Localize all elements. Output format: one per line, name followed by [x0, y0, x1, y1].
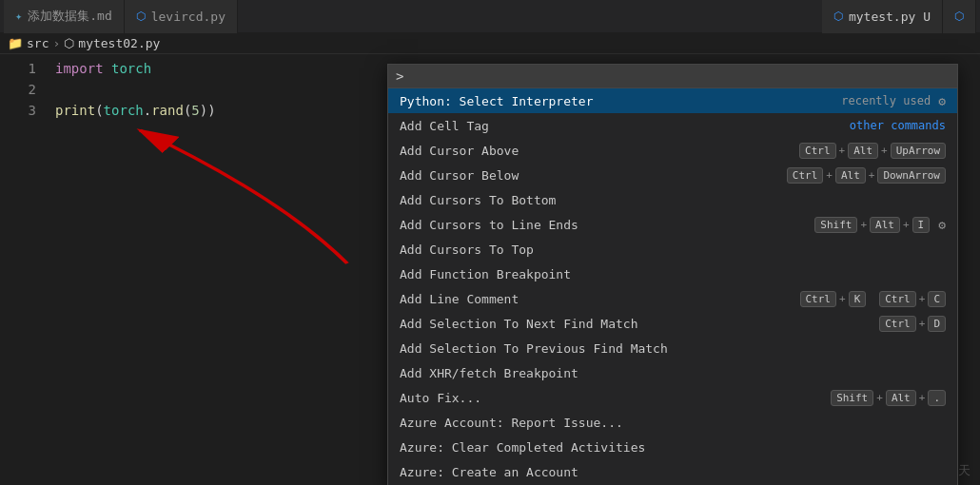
recently-used-label: recently used	[841, 94, 931, 107]
kbd-ctrl-2: Ctrl	[787, 167, 824, 184]
gear-icon-line-ends[interactable]: ⚙	[938, 218, 946, 232]
kbd-k-lc: K	[849, 291, 867, 307]
tab-add-dataset[interactable]: ✦ 添加数据集.md	[4, 0, 125, 33]
sep1: +	[839, 145, 846, 157]
command-item-add-cursor-above[interactable]: Add Cursor Above Ctrl + Alt + UpArrow	[388, 138, 957, 163]
kbd-i: I	[912, 217, 931, 233]
fn-print: print	[55, 103, 95, 118]
command-label-add-cursors-top: Add Cursors To Top	[400, 242, 946, 257]
line-num-1: 1	[0, 58, 36, 79]
line-numbers: 1 2 3	[0, 54, 48, 485]
breadcrumb-src: src	[27, 36, 49, 50]
command-item-add-line-comment[interactable]: Add Line Comment Ctrl + K Ctrl + C	[388, 286, 957, 311]
tab-icon-py-extra: ⬡	[954, 10, 964, 23]
sep10: +	[876, 392, 883, 404]
sep11: +	[919, 392, 926, 404]
command-list: Python: Select Interpreter recently used…	[388, 88, 957, 485]
shortcuts-add-cursor-above: Ctrl + Alt + UpArrow	[799, 143, 946, 159]
command-item-add-cursor-below[interactable]: Add Cursor Below Ctrl + Alt + DownArrow	[388, 163, 957, 187]
tab-right-area: ⬡ mytest.py U ⬡	[822, 0, 976, 33]
kbd-ctrl-d1: Ctrl	[879, 316, 916, 332]
tab-extra[interactable]: ⬡	[943, 0, 976, 33]
shortcuts-auto-fix: Shift + Alt + .	[831, 390, 946, 406]
kbd-alt-2: Alt	[835, 167, 866, 184]
command-input-wrap[interactable]	[388, 65, 957, 88]
command-item-azure-clear[interactable]: Azure: Clear Completed Activities	[388, 435, 957, 459]
sep9: +	[919, 318, 926, 330]
command-label-add-cursor-above: Add Cursor Above	[400, 144, 799, 158]
sep2: +	[881, 145, 888, 157]
tab-label-mytest: mytest.py U	[849, 10, 931, 24]
breadcrumb: 📁 src › ⬡ mytest02.py	[0, 33, 980, 54]
command-label-add-xhr: Add XHR/fetch Breakpoint	[400, 366, 946, 380]
kbd-c-lc: C	[928, 291, 946, 307]
shortcuts-add-cursor-below: Ctrl + Alt + DownArrow	[787, 167, 946, 184]
command-item-add-selection-next[interactable]: Add Selection To Next Find Match Ctrl + …	[388, 311, 957, 336]
line-num-2: 2	[0, 79, 36, 100]
tab-icon-md: ✦	[15, 10, 22, 23]
command-item-add-function-breakpoint[interactable]: Add Function Breakpoint	[388, 262, 957, 286]
sep6: +	[903, 219, 910, 231]
tab-icon-py-levircd: ⬡	[136, 10, 146, 23]
gear-icon-python[interactable]: ⚙	[938, 94, 946, 108]
command-label-azure-clear: Azure: Clear Completed Activities	[400, 440, 946, 455]
command-label-add-cursors-bottom: Add Cursors To Bottom	[400, 193, 946, 207]
sep5: +	[860, 219, 867, 231]
command-header-right: recently used ⚙	[841, 94, 946, 108]
command-item-add-selection-prev[interactable]: Add Selection To Previous Find Match	[388, 336, 957, 360]
command-label-add-selection-next: Add Selection To Next Find Match	[400, 317, 879, 331]
breadcrumb-icon-py: ⬡	[64, 36, 74, 50]
kbd-dot-af: .	[928, 390, 946, 406]
command-item-add-cursors-top[interactable]: Add Cursors To Top	[388, 237, 957, 262]
command-label-python-select: Python: Select Interpreter	[400, 94, 841, 108]
breadcrumb-sep1: ›	[52, 36, 60, 50]
tab-icon-py-mytest: ⬡	[833, 10, 843, 23]
shortcuts-line-comment: Ctrl + K Ctrl + C	[800, 291, 947, 307]
sep3: +	[826, 169, 833, 182]
kbd-d: D	[928, 316, 946, 332]
folder-icon: 📁	[8, 36, 23, 50]
kbd-ctrl-lc1: Ctrl	[800, 291, 837, 307]
command-label-add-line-comment: Add Line Comment	[400, 292, 800, 306]
command-label-add-cell-tag: Add Cell Tag	[400, 119, 850, 133]
command-item-azure-report[interactable]: Azure Account: Report Issue...	[388, 410, 957, 435]
tab-levircd[interactable]: ⬡ levircd.py	[125, 0, 238, 33]
command-item-add-cursors-line-ends[interactable]: Add Cursors to Line Ends Shift + Alt + I…	[388, 212, 957, 237]
command-label-azure-create-account: Azure: Create an Account	[400, 465, 946, 479]
fn-rand: rand	[151, 103, 184, 118]
line-num-3: 3	[0, 100, 36, 121]
kbd-downarrow: DownArrow	[877, 167, 946, 184]
command-label-auto-fix: Auto Fix...	[400, 391, 831, 405]
command-label-azure-report: Azure Account: Report Issue...	[400, 416, 946, 430]
kbd-uparrow: UpArrow	[891, 143, 946, 159]
command-item-auto-fix[interactable]: Auto Fix... Shift + Alt + .	[388, 385, 957, 410]
tab-bar: ✦ 添加数据集.md ⬡ levircd.py ⬡ mytest.py U ⬡	[0, 0, 980, 33]
module-torch: torch	[111, 61, 151, 76]
kbd-alt-1: Alt	[848, 143, 878, 159]
command-label-add-selection-prev: Add Selection To Previous Find Match	[400, 341, 946, 356]
other-commands-label: other commands	[850, 119, 946, 132]
tab-label-levircd: levircd.py	[151, 10, 225, 24]
shortcuts-line-ends: Shift + Alt + I ⚙	[814, 217, 946, 233]
command-item-azure-create-account[interactable]: Azure: Create an Account	[388, 459, 957, 484]
command-item-add-cell-tag[interactable]: Add Cell Tag other commands	[388, 113, 957, 138]
command-palette: Python: Select Interpreter recently used…	[387, 64, 958, 485]
tab-mytest[interactable]: ⬡ mytest.py U	[822, 0, 943, 33]
command-label-add-function-breakpoint: Add Function Breakpoint	[400, 267, 946, 281]
sep7: +	[839, 293, 846, 305]
command-label-add-cursor-below: Add Cursor Below	[400, 168, 787, 183]
kbd-alt-le: Alt	[870, 217, 900, 233]
sep4: +	[869, 169, 875, 182]
command-item-add-cursors-bottom[interactable]: Add Cursors To Bottom	[388, 187, 957, 212]
shortcuts-selection-next: Ctrl + D	[879, 316, 946, 332]
keyword-import: import	[55, 61, 104, 76]
kbd-ctrl-1: Ctrl	[799, 143, 836, 159]
command-item-python-select-interpreter[interactable]: Python: Select Interpreter recently used…	[388, 88, 957, 113]
kbd-alt-af: Alt	[886, 390, 916, 406]
kbd-shift-af: Shift	[831, 390, 873, 406]
editor-area: 1 2 3 import torch print(torch.rand(5)) …	[0, 54, 980, 485]
num-5: 5	[191, 103, 199, 118]
command-input[interactable]	[396, 68, 950, 84]
command-label-add-cursors-line-ends: Add Cursors to Line Ends	[400, 218, 814, 232]
command-item-add-xhr[interactable]: Add XHR/fetch Breakpoint	[388, 360, 957, 385]
